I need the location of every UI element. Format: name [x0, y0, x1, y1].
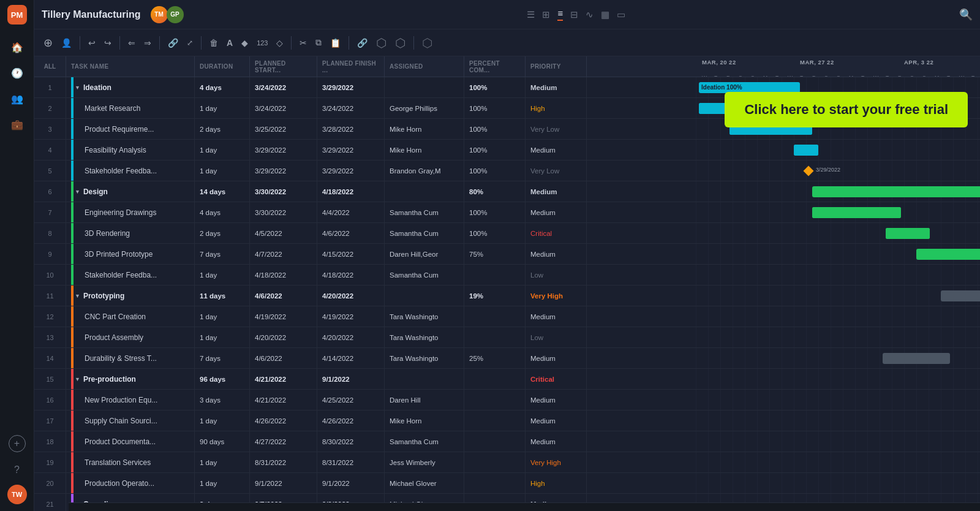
table-row[interactable]: 14Durability & Stress T...7 days4/6/2022…	[34, 348, 696, 369]
table-row[interactable]: 6▼Design14 days3/30/20224/18/202280%Medi…	[34, 181, 696, 202]
task-name-cell[interactable]: Feasibility Analysis	[66, 140, 195, 160]
task-name-cell[interactable]: Product Assembly	[66, 327, 195, 347]
task-name-cell[interactable]: Engineering Drawings	[66, 202, 195, 222]
assigned-cell	[385, 369, 464, 389]
sidebar-item-recent[interactable]: 🕐	[6, 62, 28, 84]
table-row[interactable]: 19Translation Services1 day8/31/20228/31…	[34, 452, 696, 473]
paint-button[interactable]: ◆	[238, 36, 251, 50]
add-task-button[interactable]: ⊕	[40, 34, 56, 52]
gantt-bar[interactable]	[916, 249, 980, 260]
task-name-cell[interactable]: Stakeholder Feedba...	[66, 265, 195, 285]
horizontal-scrollbar[interactable]	[69, 502, 980, 511]
task-name-cell[interactable]: Translation Services	[66, 452, 195, 472]
table-row[interactable]: 12CNC Part Creation1 day4/19/20224/19/20…	[34, 306, 696, 327]
redo-button[interactable]: ↪	[101, 36, 115, 50]
task-name-cell[interactable]: Market Research	[66, 98, 195, 118]
copy-button[interactable]: ⧉	[312, 35, 325, 50]
link-button[interactable]: 🔗	[165, 36, 181, 50]
list-view-icon[interactable]: ☰	[527, 9, 535, 20]
task-name-cell[interactable]: ▼Design	[66, 181, 195, 202]
gantt-view-icon[interactable]: ≡	[557, 8, 563, 21]
cta-banner[interactable]: Click here to start your free trial	[725, 92, 968, 127]
col-header-duration[interactable]: DURATION	[195, 56, 250, 77]
group-expand-icon[interactable]: ▼	[75, 293, 80, 299]
table-row[interactable]: 17Supply Chain Sourci...1 day4/26/20224/…	[34, 411, 696, 431]
sidebar-item-people[interactable]: 👥	[6, 88, 28, 110]
gantt-bar[interactable]: Ideation 100%	[699, 82, 800, 93]
table-row[interactable]: 4Feasibility Analysis1 day3/29/20223/29/…	[34, 140, 696, 161]
more-button[interactable]: ⬡	[419, 33, 435, 53]
table-row[interactable]: 11▼Prototyping11 days4/6/20224/20/202219…	[34, 286, 696, 306]
task-name-cell[interactable]: Product Requireme...	[66, 119, 195, 139]
hyperlink-button[interactable]: 🔗	[354, 36, 371, 50]
group-expand-icon[interactable]: ▼	[75, 189, 80, 195]
gantt-grid-line	[843, 286, 843, 306]
task-name-cell[interactable]: Product Documenta...	[66, 431, 195, 452]
table-row[interactable]: 16New Production Equ...3 days4/21/20224/…	[34, 390, 696, 411]
col-header-task[interactable]: TASK NAME	[66, 56, 195, 77]
table-row[interactable]: 13Product Assembly1 day4/20/20224/20/202…	[34, 327, 696, 348]
gantt-bar[interactable]	[812, 186, 980, 197]
sidebar-add-button[interactable]: +	[9, 435, 26, 452]
table-row[interactable]: 10Stakeholder Feedba...1 day4/18/20224/1…	[34, 265, 696, 286]
gantt-bar[interactable]	[883, 353, 950, 364]
task-name-cell[interactable]: Supply Chain Sourci...	[66, 411, 195, 431]
shape-button[interactable]: ◇	[273, 36, 286, 50]
col-header-priority[interactable]: PRIORITY	[526, 56, 587, 77]
table-row[interactable]: 18Product Documenta...90 days4/27/20228/…	[34, 431, 696, 452]
table-row[interactable]: 93D Printed Prototype7 days4/7/20224/15/…	[34, 244, 696, 265]
undo-button[interactable]: ↩	[85, 36, 99, 50]
dependency-button-1[interactable]: ⬡	[373, 33, 390, 53]
task-name-cell[interactable]: 3D Rendering	[66, 223, 195, 243]
delete-button[interactable]: 🗑	[206, 36, 221, 50]
sidebar-help[interactable]: ?	[6, 459, 28, 481]
group-expand-icon[interactable]: ▼	[75, 85, 80, 91]
gantt-grid-line	[831, 140, 831, 160]
app-logo[interactable]: PM	[7, 5, 27, 25]
col-header-assigned[interactable]: ASSIGNED	[385, 56, 464, 77]
chart-view-icon[interactable]: ∿	[586, 9, 594, 20]
add-person-button[interactable]: 👤	[58, 36, 75, 50]
cut-button[interactable]: ✂	[296, 36, 310, 50]
task-name-cell[interactable]: ▼Prototyping	[66, 286, 195, 306]
unlink-button[interactable]: ⤢	[184, 36, 196, 50]
columns-view-icon[interactable]: ⊞	[542, 9, 550, 20]
table-view-icon[interactable]: ⊟	[570, 9, 578, 20]
gantt-bar[interactable]: Engineering D	[812, 207, 901, 218]
col-header-planned-finish[interactable]: PLANNED FINISH ...	[317, 56, 385, 77]
search-icon-header[interactable]: 🔍	[959, 8, 973, 21]
task-name-cell[interactable]: ▼Pre-production	[66, 369, 195, 389]
task-name-cell[interactable]: New Production Equ...	[66, 390, 195, 410]
table-row[interactable]: 20Production Operato...1 day9/1/20229/1/…	[34, 473, 696, 494]
task-name-cell[interactable]: Production Operato...	[66, 473, 195, 493]
gantt-bar[interactable]	[941, 290, 980, 301]
sidebar-user-avatar[interactable]: TW	[7, 485, 27, 504]
task-name-cell[interactable]: Stakeholder Feedba...	[66, 161, 195, 181]
col-header-percent[interactable]: PERCENT COM...	[464, 56, 526, 77]
table-row[interactable]: 1▼Ideation4 days3/24/20223/29/2022100%Me…	[34, 77, 696, 98]
task-name-cell[interactable]: 3D Printed Prototype	[66, 244, 195, 264]
gantt-bar[interactable]: 3D Rend	[886, 228, 930, 239]
dependency-button-2[interactable]: ⬡	[392, 33, 409, 53]
sidebar-item-home[interactable]: 🏠	[6, 36, 28, 58]
paste-button[interactable]: 📋	[327, 36, 344, 50]
indent-button[interactable]: ⇒	[141, 36, 154, 50]
task-name-cell[interactable]: CNC Part Creation	[66, 306, 195, 327]
col-header-planned-start[interactable]: PLANNED START...	[250, 56, 317, 77]
calendar-view-icon[interactable]: ▦	[601, 9, 609, 20]
task-name-cell[interactable]: ▼Ideation	[66, 77, 195, 97]
task-name-cell[interactable]: Durability & Stress T...	[66, 348, 195, 368]
table-row[interactable]: 83D Rendering2 days4/5/20224/6/2022Saman…	[34, 223, 696, 244]
outdent-button[interactable]: ⇐	[125, 36, 138, 50]
table-row[interactable]: 5Stakeholder Feedba...1 day3/29/20223/29…	[34, 161, 696, 181]
sidebar-item-projects[interactable]: 💼	[6, 113, 28, 135]
group-expand-icon[interactable]: ▼	[75, 376, 80, 382]
gantt-bar[interactable]: Feasibility Analysis 100% Mike H	[794, 145, 818, 156]
table-row[interactable]: 2Market Research1 day3/24/20223/24/2022G…	[34, 98, 696, 119]
file-view-icon[interactable]: ▭	[617, 9, 625, 20]
table-row[interactable]: 3Product Requireme...2 days3/25/20223/28…	[34, 119, 696, 140]
table-row[interactable]: 7Engineering Drawings4 days3/30/20224/4/…	[34, 202, 696, 223]
table-row[interactable]: 15▼Pre-production96 days4/21/20229/1/202…	[34, 369, 696, 390]
number-button[interactable]: 123	[254, 37, 271, 49]
font-button[interactable]: A	[224, 36, 236, 50]
